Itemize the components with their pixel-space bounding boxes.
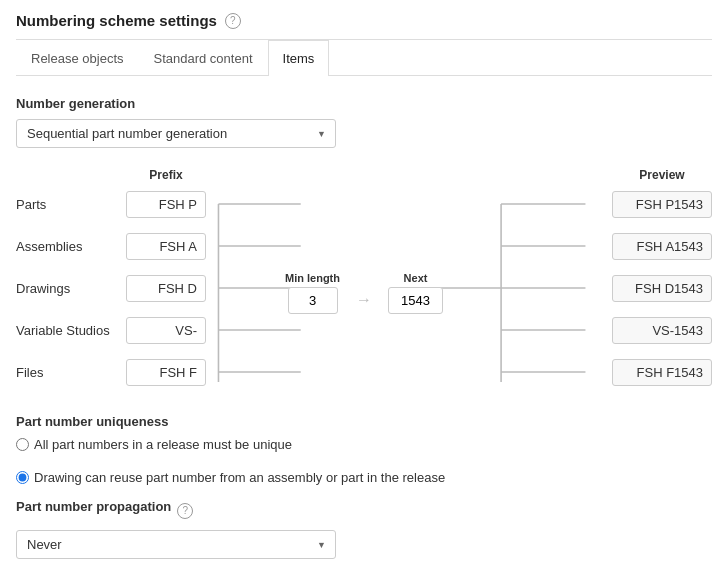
tab-standard-content[interactable]: Standard content [139, 40, 268, 76]
row-label-assemblies: Assemblies [16, 239, 126, 254]
tab-release-objects[interactable]: Release objects [16, 40, 139, 76]
next-label: Next [404, 272, 428, 284]
tab-items[interactable]: Items [268, 40, 330, 76]
row-label-drawings: Drawings [16, 281, 126, 296]
page-help-icon[interactable]: ? [225, 13, 241, 29]
uniqueness-option-unique[interactable]: All part numbers in a release must be un… [16, 437, 292, 452]
table-row: Parts [16, 188, 712, 220]
row-label-variable-studios: Variable Studios [16, 323, 126, 338]
preview-parts [612, 191, 712, 218]
propagation-select-wrapper: Never Always Ask [16, 530, 336, 559]
table-row: Files [16, 356, 712, 388]
prefix-input-drawings[interactable] [126, 275, 206, 302]
propagation-label: Part number propagation [16, 499, 171, 514]
table-row: Assemblies [16, 230, 712, 262]
propagation-help-icon[interactable]: ? [177, 503, 193, 519]
page-title: Numbering scheme settings [16, 12, 217, 29]
next-input[interactable] [388, 287, 443, 314]
row-label-files: Files [16, 365, 126, 380]
min-length-input[interactable] [288, 287, 338, 314]
uniqueness-radio-reuse[interactable] [16, 471, 29, 484]
uniqueness-label: Part number uniqueness [16, 414, 712, 429]
tab-bar: Release objects Standard content Items [16, 40, 712, 76]
prefix-input-assemblies[interactable] [126, 233, 206, 260]
preview-files [612, 359, 712, 386]
prefix-input-variable-studios[interactable] [126, 317, 206, 344]
prefix-input-parts[interactable] [126, 191, 206, 218]
table-row: Variable Studios [16, 314, 712, 346]
uniqueness-radio-group: All part numbers in a release must be un… [16, 437, 712, 485]
number-generation-label: Number generation [16, 96, 712, 111]
preview-variable-studios [612, 317, 712, 344]
uniqueness-radio-unique[interactable] [16, 438, 29, 451]
prefix-input-files[interactable] [126, 359, 206, 386]
col-header-prefix: Prefix [126, 168, 206, 182]
number-generation-select-wrapper: Sequential part number generation [16, 119, 336, 148]
uniqueness-option-reuse[interactable]: Drawing can reuse part number from an as… [16, 470, 445, 485]
row-label-parts: Parts [16, 197, 126, 212]
preview-assemblies [612, 233, 712, 260]
number-generation-select[interactable]: Sequential part number generation [16, 119, 336, 148]
col-header-preview: Preview [612, 168, 712, 182]
propagation-select[interactable]: Never Always Ask [16, 530, 336, 559]
preview-drawings [612, 275, 712, 302]
min-length-label: Min length [285, 272, 340, 284]
